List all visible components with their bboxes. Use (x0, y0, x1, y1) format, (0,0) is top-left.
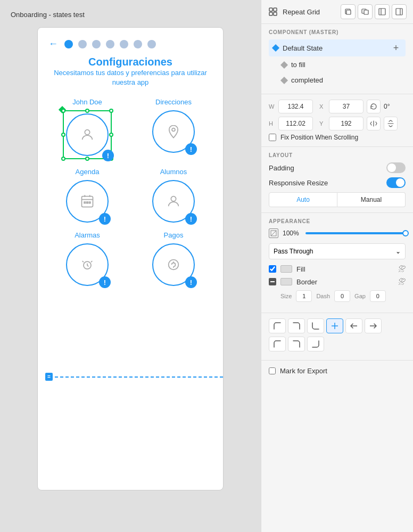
export-section: Mark for Export (261, 361, 413, 381)
grid-item-direcciones[interactable]: Direcciones ! (135, 98, 212, 159)
copy-btn-3[interactable] (375, 4, 390, 19)
responsive-resize-toggle[interactable] (386, 177, 406, 188)
state-completed[interactable]: completed (269, 73, 406, 87)
border-label: Border (296, 278, 394, 286)
handle-bl[interactable] (61, 157, 65, 161)
corner-btn-1[interactable] (269, 318, 286, 333)
add-state-btn[interactable]: + (391, 43, 401, 53)
diamond-to-fill (280, 61, 288, 68)
svg-rect-6 (269, 8, 272, 11)
copy-btn-1[interactable] (341, 4, 356, 19)
dashed-line-row: = (38, 373, 223, 381)
corner-btns-row-2 (269, 337, 406, 351)
dimensions-section: W X 0° H Y Fix Position When Scr (261, 94, 413, 147)
corner-btn-2[interactable] (288, 318, 305, 333)
blend-mode-select[interactable]: Pass Through ⌄ (269, 243, 406, 259)
page-heading: Configuraciones Necesitamos tus datos y … (48, 56, 212, 87)
border-dash-input[interactable] (334, 290, 350, 302)
corner-btn-3[interactable] (307, 318, 324, 333)
grid-item-alumnos[interactable]: Alumnos ! (135, 168, 212, 223)
repeat-grid-icon (268, 6, 278, 17)
fill-checkbox[interactable] (269, 265, 276, 273)
handle-tm[interactable] (85, 109, 89, 113)
badge-direcciones: ! (185, 143, 197, 155)
svg-point-3 (171, 197, 176, 201)
mark-export-label: Mark for Export (280, 367, 327, 375)
height-input[interactable] (278, 117, 313, 130)
corner-btn-4[interactable] (326, 318, 343, 333)
padding-row: Padding (269, 162, 406, 173)
copy-btn-4[interactable] (392, 4, 407, 19)
state-to-fill[interactable]: to fill (269, 58, 406, 72)
appearance-title: APPEARANCE (269, 218, 406, 224)
opacity-value: 100% (283, 230, 301, 237)
corner-btn-8[interactable] (288, 337, 305, 351)
flip-v-btn[interactable] (384, 117, 398, 130)
handle-mr[interactable] (109, 133, 113, 137)
appearance-section: APPEARANCE 100% Pass Through ⌄ (261, 213, 413, 313)
item-label-john-doe: John Doe (72, 98, 102, 106)
manual-btn[interactable]: Manual (337, 192, 406, 207)
border-gap-input[interactable] (370, 290, 386, 302)
phone-frame: ← Configuraciones Necesitamos tus datos … (37, 27, 224, 490)
item-label-agenda: Agenda (76, 168, 100, 176)
mark-export-checkbox[interactable] (269, 367, 276, 374)
copy-btn-2[interactable] (358, 4, 373, 19)
fill-swatch[interactable] (280, 265, 292, 273)
handle-tl[interactable] (61, 109, 65, 113)
back-arrow-icon[interactable]: ← (48, 38, 58, 50)
grid-item-agenda[interactable]: Agenda ! (48, 168, 126, 223)
auto-btn[interactable]: Auto (269, 192, 337, 207)
width-input[interactable] (278, 100, 313, 113)
dashed-line-indicator: = (45, 373, 53, 381)
blend-mode-value: Pass Through (274, 248, 313, 255)
svg-point-5 (169, 260, 179, 270)
state-default[interactable]: Default State + (269, 39, 406, 56)
x-input[interactable] (329, 100, 364, 113)
svg-point-0 (85, 130, 89, 135)
corner-btns-row-1 (269, 318, 406, 333)
h-label: H (269, 120, 275, 127)
dot-3 (92, 40, 101, 48)
badge-agenda: ! (99, 213, 111, 225)
opacity-slider[interactable] (305, 232, 406, 234)
grid-item-john-doe[interactable]: John Doe (48, 98, 126, 159)
state-completed-label: completed (291, 76, 401, 84)
grid-item-pagos[interactable]: Pagos ! (135, 231, 212, 286)
border-swatch[interactable] (280, 278, 292, 285)
fix-position-checkbox[interactable] (269, 134, 276, 141)
rotate-btn[interactable] (367, 100, 381, 113)
handle-ml[interactable] (61, 133, 65, 137)
y-input[interactable] (329, 117, 364, 130)
grid-container: John Doe (48, 98, 212, 286)
dot-7 (147, 40, 156, 48)
handle-bm[interactable] (85, 157, 89, 161)
corner-btn-9[interactable] (307, 337, 324, 351)
svg-rect-7 (274, 8, 277, 11)
border-size-input[interactable] (296, 290, 312, 302)
border-row: Border ⛈ (269, 277, 406, 286)
corner-btn-5[interactable] (345, 318, 362, 333)
corner-btn-7[interactable] (269, 337, 286, 351)
flip-h-btn[interactable] (367, 117, 381, 130)
border-eyedropper-btn[interactable]: ⛈ (398, 277, 406, 286)
width-x-row: W X 0° (269, 100, 406, 113)
handle-tr[interactable] (109, 109, 113, 113)
rotate-value: 0° (384, 103, 390, 110)
corner-btn-6[interactable] (365, 318, 382, 333)
item-label-direcciones: Direcciones (155, 98, 192, 106)
nav-row: ← (48, 38, 212, 50)
grid-item-alarmas[interactable]: Alarmas ! (48, 231, 126, 286)
size-label: Size (280, 293, 292, 299)
repeat-grid-label: Repeat Grid (283, 8, 320, 16)
state-default-label: Default State (283, 44, 391, 52)
fill-eyedropper-btn[interactable]: ⛈ (398, 265, 406, 273)
opacity-row: 100% (269, 228, 406, 238)
page-subheading: Necesitamos tus datos y preferencias par… (48, 68, 212, 87)
badge-alarmas: ! (99, 276, 111, 288)
item-label-alarmas: Alarmas (75, 231, 100, 239)
padding-label: Padding (269, 164, 294, 172)
padding-toggle[interactable] (386, 162, 406, 173)
diamond-completed (280, 76, 288, 84)
border-minus-btn[interactable] (269, 278, 276, 285)
